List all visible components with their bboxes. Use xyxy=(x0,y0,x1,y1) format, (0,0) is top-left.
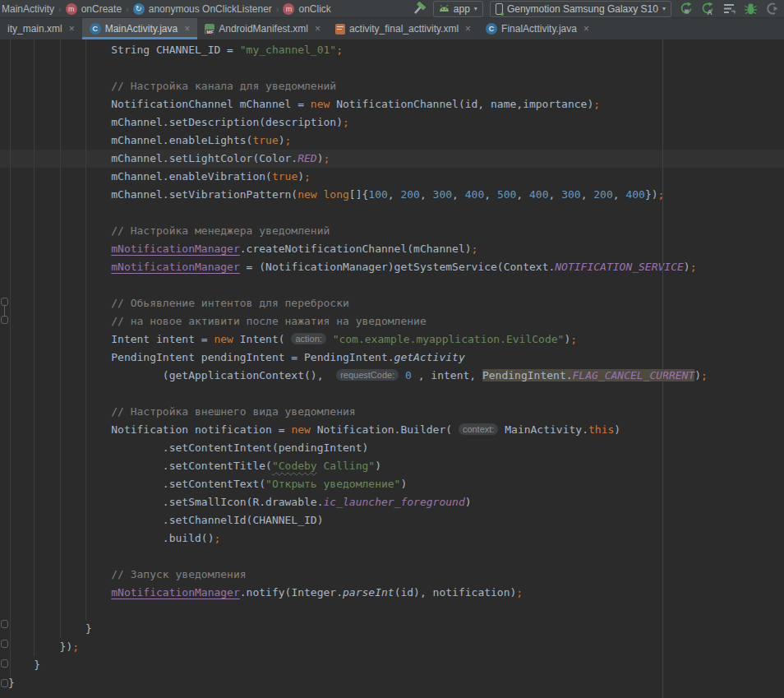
fold-marker[interactable] xyxy=(1,298,8,306)
phone-device-icon xyxy=(496,3,503,15)
code-line[interactable]: // Настройка менеджера уведомлений xyxy=(0,222,784,240)
code-line[interactable]: mChannel.enableLights(true); xyxy=(0,132,784,150)
breadcrumb-item-oncreate[interactable]: onCreate xyxy=(81,3,122,15)
fold-marker[interactable] xyxy=(1,679,8,687)
run-configuration-select[interactable]: app ▾ xyxy=(433,1,483,17)
device-name: Genymotion Samsung Galaxy S10 xyxy=(507,3,658,15)
fold-marker[interactable] xyxy=(1,620,8,628)
code-line[interactable]: Intent intent = new Intent( action: "com… xyxy=(0,331,784,349)
code-line[interactable]: (getApplicationContext(), requestCode: 0… xyxy=(0,367,784,385)
debug-icon[interactable] xyxy=(744,2,758,16)
code-editor[interactable]: String CHANNEL_ID = "my_channel_01"; // … xyxy=(0,39,784,698)
code-line[interactable]: } xyxy=(0,674,784,692)
editor-tabbar: ity_main.xml × C MainActivity.java × MF … xyxy=(0,18,784,39)
tab-label: MainActivity.java xyxy=(105,23,178,35)
tab-activity-main-xml[interactable]: ity_main.xml × xyxy=(0,18,82,39)
code-line[interactable]: .setContentIntent(pendingIntent) xyxy=(0,439,784,457)
breadcrumb-separator: › xyxy=(126,4,129,14)
chevron-down-icon: ▾ xyxy=(474,6,477,12)
code-line[interactable]: Notification notification = new Notifica… xyxy=(0,421,784,439)
device-select[interactable]: Genymotion Samsung Galaxy S10 ▾ xyxy=(490,1,671,17)
class-icon: C xyxy=(486,23,497,35)
method-icon: m xyxy=(283,3,294,15)
breadcrumb-item-listener[interactable]: anonymous OnClickListener xyxy=(149,3,272,15)
code-line[interactable]: .setContentTitle("Codeby Calling") xyxy=(0,457,784,475)
profile-icon[interactable] xyxy=(765,2,779,16)
svg-text:A: A xyxy=(708,8,713,16)
close-icon[interactable]: × xyxy=(69,23,75,35)
close-icon[interactable]: × xyxy=(315,23,321,35)
code-line[interactable]: .setContentText("Открыть уведомление") xyxy=(0,475,784,493)
class-icon: C xyxy=(90,23,101,35)
tab-finalacttivity-java[interactable]: C FinalActtivity.java × xyxy=(478,18,597,39)
code-line[interactable]: }); xyxy=(0,638,784,656)
code-line[interactable] xyxy=(0,59,784,77)
breadcrumb-item-class[interactable]: MainActivity xyxy=(2,3,54,15)
code-line[interactable]: // Запуск уведомления xyxy=(0,566,784,584)
fold-marker[interactable] xyxy=(1,659,8,668)
tab-label: ity_main.xml xyxy=(7,23,62,35)
code-line[interactable]: // Настройка канала для уведомлений xyxy=(0,77,784,95)
code-line[interactable]: .setSmallIcon(R.drawable.ic_launcher_for… xyxy=(0,493,784,511)
layout-xml-icon xyxy=(335,24,345,35)
main-toolbar: MainActivity › m onCreate › ↻ anonymous … xyxy=(0,0,784,18)
code-line[interactable] xyxy=(0,204,784,222)
run-actions: A xyxy=(680,2,779,16)
code-line[interactable]: mChannel.setDescription(description); xyxy=(0,113,784,132)
tab-mainactivity-java[interactable]: C MainActivity.java × xyxy=(82,18,198,39)
breadcrumb-separator: › xyxy=(276,4,279,14)
code-line[interactable] xyxy=(0,602,784,620)
chevron-down-icon: ▾ xyxy=(662,6,666,12)
code-line[interactable] xyxy=(0,276,784,294)
code-line[interactable] xyxy=(0,385,784,403)
android-icon xyxy=(439,5,450,12)
build-hammer-icon[interactable] xyxy=(413,2,427,16)
code-line[interactable]: // Настройка внешнего вида уведомления xyxy=(0,403,784,421)
tab-activity-final-acttivity-xml[interactable]: activity_final_acttivity.xml × xyxy=(328,18,478,39)
breadcrumb-item-onclick[interactable]: onClick xyxy=(298,3,330,15)
code-line[interactable]: mChannel.setLightColor(Color.RED); xyxy=(0,150,784,168)
fold-marker[interactable] xyxy=(1,316,8,324)
tab-label: AndroidManifest.xml xyxy=(219,23,308,35)
code-line[interactable]: // на новое активити после нажатия на ув… xyxy=(0,312,784,331)
apply-changes-icon[interactable] xyxy=(680,2,694,16)
fold-region-line xyxy=(4,306,5,316)
close-icon[interactable]: × xyxy=(583,23,589,35)
code-line[interactable]: PendingIntent pendingIntent = PendingInt… xyxy=(0,349,784,367)
code-line[interactable] xyxy=(0,548,784,566)
breadcrumb: MainActivity › m onCreate › ↻ anonymous … xyxy=(2,3,331,15)
fold-marker[interactable] xyxy=(1,640,8,648)
code-line[interactable]: mChannel.enableVibration(true); xyxy=(0,168,784,186)
manifest-icon: MF xyxy=(205,24,214,35)
attach-debugger-icon[interactable] xyxy=(722,2,736,16)
code-line[interactable]: mNotificationManager = (NotificationMana… xyxy=(0,258,784,276)
close-icon[interactable]: × xyxy=(184,23,190,35)
code-line[interactable]: mNotificationManager.notify(Integer.pars… xyxy=(0,584,784,602)
code-area[interactable]: String CHANNEL_ID = "my_channel_01"; // … xyxy=(0,41,784,692)
close-icon[interactable]: × xyxy=(465,23,471,35)
code-line[interactable]: mNotificationManager.createNotificationC… xyxy=(0,240,784,258)
toolbar-right-group: app ▾ Genymotion Samsung Galaxy S10 ▾ A xyxy=(413,1,779,17)
code-line[interactable]: NotificationChannel mChannel = new Notif… xyxy=(0,95,784,113)
anonymous-class-icon: ↻ xyxy=(133,3,145,15)
tab-androidmanifest-xml[interactable]: MF AndroidManifest.xml × xyxy=(197,18,328,39)
apply-code-changes-icon[interactable]: A xyxy=(701,2,715,16)
code-line[interactable]: } xyxy=(0,620,784,638)
tab-label: FinalActtivity.java xyxy=(501,23,577,35)
code-line[interactable]: String CHANNEL_ID = "my_channel_01"; xyxy=(0,41,784,59)
code-line[interactable]: } xyxy=(0,656,784,674)
code-line[interactable]: mChannel.setVibrationPattern(new long[]{… xyxy=(0,186,784,204)
gutter xyxy=(0,39,11,698)
tab-label: activity_final_acttivity.xml xyxy=(349,23,459,35)
code-line[interactable]: // Обьявление интентов для переброски xyxy=(0,294,784,312)
breadcrumb-separator: › xyxy=(58,4,62,14)
run-configuration-value: app xyxy=(454,3,470,15)
code-line[interactable]: .build(); xyxy=(0,529,784,548)
method-icon: m xyxy=(66,3,77,15)
code-line[interactable]: .setChannelId(CHANNEL_ID) xyxy=(0,511,784,529)
